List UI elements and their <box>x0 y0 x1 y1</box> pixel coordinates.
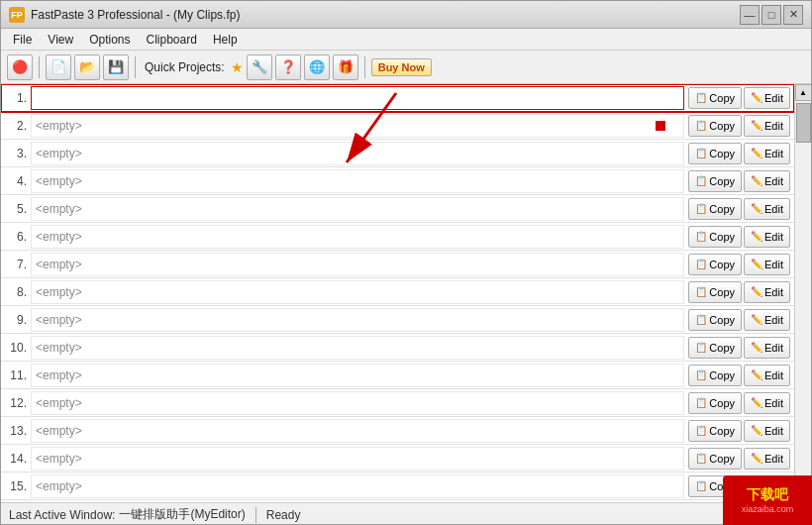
edit-button[interactable]: ✏️ Edit <box>744 448 790 470</box>
gift-button[interactable]: 🎁 <box>333 54 358 80</box>
clip-input[interactable] <box>31 86 684 110</box>
copy-button[interactable]: 📋 Copy <box>688 226 742 248</box>
menu-item-clipboard[interactable]: Clipboard <box>139 30 205 50</box>
row-buttons: 📋 Copy✏️ Edit <box>684 198 794 220</box>
copy-button[interactable]: 📋 Copy <box>688 337 742 359</box>
row-buttons: 📋 Copy✏️ Edit <box>684 115 794 137</box>
copy-button[interactable]: 📋 Copy <box>688 309 742 331</box>
help-button[interactable]: ❓ <box>275 54 301 80</box>
clip-empty-label: <empty> <box>31 225 684 249</box>
menu-item-options[interactable]: Options <box>81 30 138 50</box>
edit-button[interactable]: ✏️ Edit <box>744 365 790 386</box>
title-bar: FP FastPaste 3 Professional - (My Clips.… <box>1 1 811 29</box>
row-buttons: 📋 Copy✏️ Edit <box>684 87 794 109</box>
close-button[interactable]: ✕ <box>783 5 803 25</box>
clip-empty-label: <empty> <box>31 253 684 276</box>
clip-row: 11.<empty>📋 Copy✏️ Edit <box>1 362 794 389</box>
row-buttons: 📋 Copy✏️ Edit <box>684 226 794 248</box>
clip-empty-label: <empty> <box>31 114 684 138</box>
edit-button[interactable]: ✏️ Edit <box>744 143 790 164</box>
star-icon: ★ <box>231 59 244 75</box>
clip-row: 1.📋 Copy✏️ Edit <box>1 84 794 112</box>
buy-now-button[interactable]: Buy Now <box>371 58 432 76</box>
watermark-text2: xiazaiba.com <box>742 504 794 514</box>
clip-list: 1.📋 Copy✏️ Edit2.<empty>📋 Copy✏️ Edit3.<… <box>1 84 794 502</box>
clip-row: 13.<empty>📋 Copy✏️ Edit <box>1 417 794 445</box>
clip-row: 14.<empty>📋 Copy✏️ Edit <box>1 445 794 472</box>
clip-row: 2.<empty>📋 Copy✏️ Edit <box>1 112 794 140</box>
edit-button[interactable]: ✏️ Edit <box>744 170 790 192</box>
copy-button[interactable]: 📋 Copy <box>688 143 742 164</box>
clip-empty-label: <empty> <box>31 169 684 193</box>
edit-button[interactable]: ✏️ Edit <box>744 420 790 442</box>
edit-button[interactable]: ✏️ Edit <box>744 87 790 109</box>
settings-button[interactable]: 🔧 <box>247 54 272 80</box>
quick-projects-label: Quick Projects: <box>145 60 225 74</box>
copy-button[interactable]: 📋 Copy <box>688 254 742 275</box>
scroll-thumb[interactable] <box>796 103 811 143</box>
edit-button[interactable]: ✏️ Edit <box>744 198 790 220</box>
edit-button[interactable]: ✏️ Edit <box>744 226 790 248</box>
edit-button[interactable]: ✏️ Edit <box>744 281 790 303</box>
save-button[interactable]: 💾 <box>103 54 129 80</box>
scrollbar[interactable]: ▲ ▼ <box>794 84 811 502</box>
edit-button[interactable]: ✏️ Edit <box>744 337 790 359</box>
globe-button[interactable]: 🌐 <box>304 54 330 80</box>
copy-button[interactable]: 📋 Copy <box>688 281 742 303</box>
clip-number: 8. <box>1 285 31 299</box>
main-area: 1.📋 Copy✏️ Edit2.<empty>📋 Copy✏️ Edit3.<… <box>1 84 811 502</box>
row-buttons: 📋 Copy✏️ Edit <box>684 309 794 331</box>
clip-empty-label: <empty> <box>31 197 684 221</box>
copy-button[interactable]: 📋 Copy <box>688 392 742 414</box>
copy-button[interactable]: 📋 Copy <box>688 448 742 470</box>
window-title: FastPaste 3 Professional - (My Clips.fp) <box>31 8 240 22</box>
clip-row: 6.<empty>📋 Copy✏️ Edit <box>1 223 794 251</box>
separator-1 <box>39 56 40 78</box>
title-bar-left: FP FastPaste 3 Professional - (My Clips.… <box>9 7 240 23</box>
edit-button[interactable]: ✏️ Edit <box>744 254 790 275</box>
back-button[interactable]: 🔴 <box>7 54 33 80</box>
clip-row: 5.<empty>📋 Copy✏️ Edit <box>1 195 794 223</box>
clip-number: 12. <box>1 396 31 410</box>
minimize-button[interactable]: — <box>740 5 760 25</box>
edit-button[interactable]: ✏️ Edit <box>744 115 790 137</box>
copy-button[interactable]: 📋 Copy <box>688 420 742 442</box>
clip-row: 4.<empty>📋 Copy✏️ Edit <box>1 167 794 195</box>
clip-number: 15. <box>1 479 31 493</box>
scroll-up-button[interactable]: ▲ <box>795 84 812 101</box>
red-indicator <box>656 121 665 131</box>
clip-empty-label: <empty> <box>31 391 684 415</box>
row-buttons: 📋 Copy✏️ Edit <box>684 365 794 386</box>
clip-number: 9. <box>1 313 31 327</box>
copy-button[interactable]: 📋 Copy <box>688 170 742 192</box>
menu-bar: FileViewOptionsClipboardHelp <box>1 29 811 51</box>
clip-number: 10. <box>1 341 31 355</box>
clip-row: 12.<empty>📋 Copy✏️ Edit <box>1 389 794 417</box>
clip-empty-label: <empty> <box>31 280 684 304</box>
menu-item-file[interactable]: File <box>5 30 40 50</box>
clip-number: 6. <box>1 230 31 244</box>
edit-button[interactable]: ✏️ Edit <box>744 309 790 331</box>
edit-button[interactable]: ✏️ Edit <box>744 392 790 414</box>
active-window-value: 一键排版助手(MyEditor) <box>119 506 245 523</box>
clip-row: 15.<empty>📋 Copy✏️ Edit <box>1 472 794 500</box>
copy-button[interactable]: 📋 Copy <box>688 115 742 137</box>
new-button[interactable]: 📄 <box>46 54 71 80</box>
clip-empty-label: <empty> <box>31 419 684 443</box>
clip-number: 1. <box>1 91 31 105</box>
clip-number: 2. <box>1 119 31 133</box>
clip-empty-label: <empty> <box>31 364 684 387</box>
clip-number: 3. <box>1 147 31 160</box>
open-button[interactable]: 📂 <box>74 54 100 80</box>
clip-empty-label: <empty> <box>31 474 684 498</box>
app-icon: FP <box>9 7 25 23</box>
copy-button[interactable]: 📋 Copy <box>688 198 742 220</box>
copy-button[interactable]: 📋 Copy <box>688 87 742 109</box>
row-buttons: 📋 Copy✏️ Edit <box>684 448 794 470</box>
copy-button[interactable]: 📋 Copy <box>688 365 742 386</box>
menu-item-view[interactable]: View <box>40 30 81 50</box>
clip-number: 5. <box>1 202 31 216</box>
menu-item-help[interactable]: Help <box>205 30 246 50</box>
status-separator <box>255 507 256 523</box>
maximize-button[interactable]: □ <box>761 5 781 25</box>
